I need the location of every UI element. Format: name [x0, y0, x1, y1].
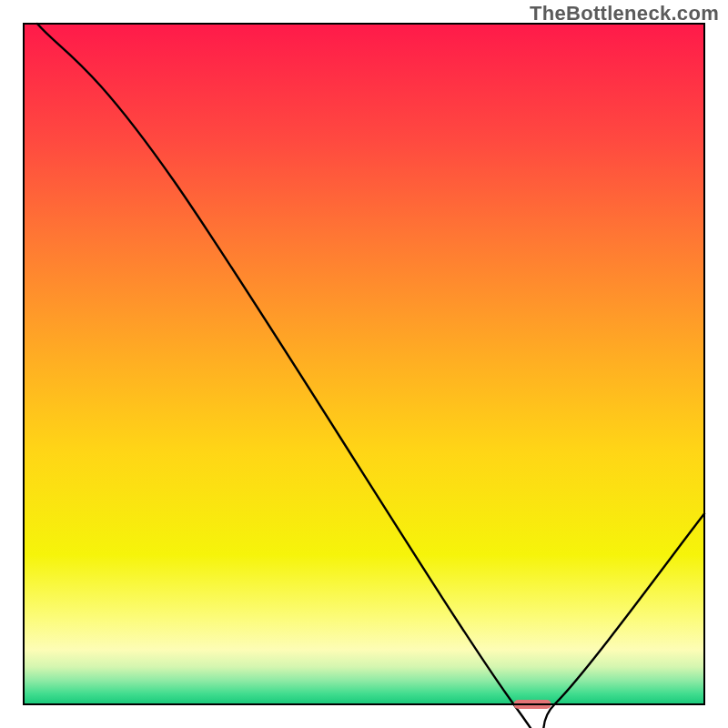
chart-container: TheBottleneck.com	[0, 0, 728, 728]
chart-svg	[0, 0, 728, 728]
watermark-label: TheBottleneck.com	[530, 2, 719, 25]
plot-background	[24, 24, 704, 704]
